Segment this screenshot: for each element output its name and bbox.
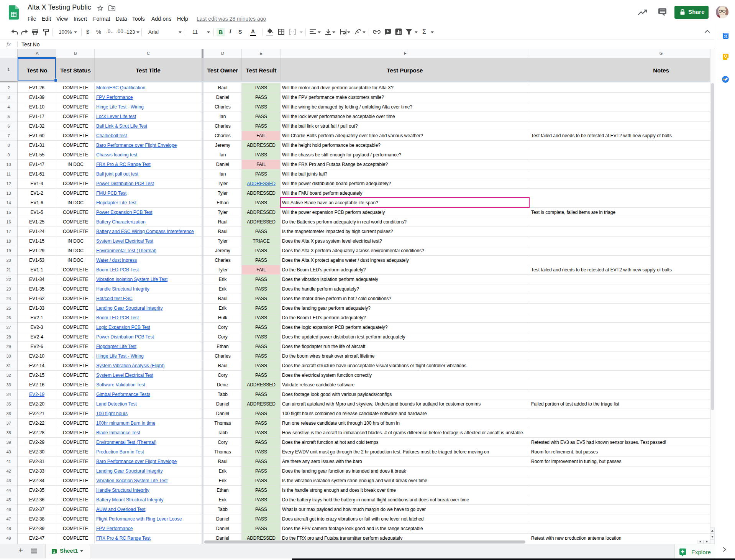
svg-text:1: 1 — [53, 549, 56, 553]
svg-text:A: A — [357, 30, 359, 34]
svg-text:31: 31 — [724, 34, 728, 38]
